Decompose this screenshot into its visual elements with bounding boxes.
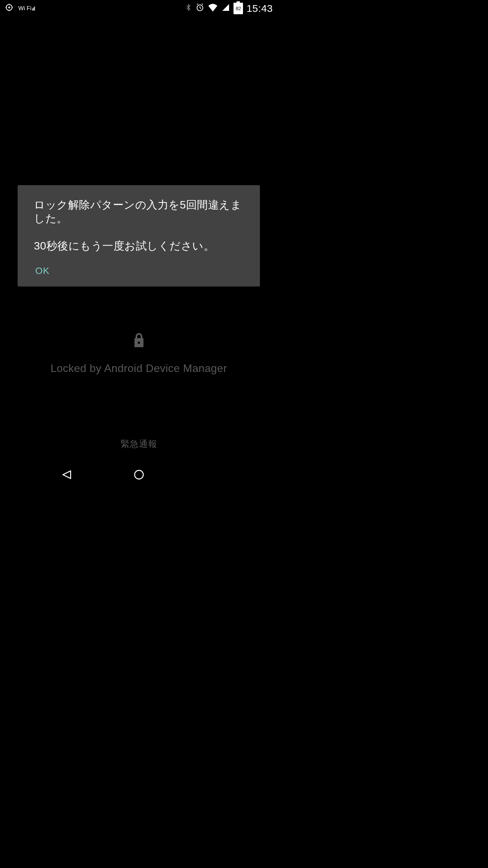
status-bar-left: Wi Fi [5, 3, 35, 14]
alarm-icon [196, 3, 204, 14]
locked-by-text: Locked by Android Device Manager [0, 362, 278, 375]
status-time: 15:43 [246, 3, 273, 14]
lock-icon [132, 344, 146, 350]
wifi-bars-icon [32, 6, 35, 11]
svg-line-9 [200, 8, 201, 8]
cellular-signal-icon [221, 3, 230, 14]
home-button[interactable] [132, 468, 146, 481]
back-button[interactable] [60, 468, 74, 481]
svg-point-13 [135, 470, 143, 479]
status-bar: Wi Fi [0, 0, 278, 17]
svg-line-10 [197, 4, 198, 4]
navigation-bar [0, 461, 278, 488]
status-bar-right: 82 15:43 [185, 3, 273, 14]
bluetooth-icon [185, 3, 192, 14]
dialog-actions: OK [34, 263, 244, 278]
ok-button[interactable]: OK [34, 263, 51, 278]
emergency-call-label: 緊急通報 [121, 439, 157, 449]
error-dialog: ロック解除パターンの入力を5回間違えました。 30秒後にもう一度お試しください。… [18, 185, 260, 287]
battery-icon: 82 [233, 3, 243, 14]
lock-screen-content: Locked by Android Device Manager [0, 332, 278, 375]
wifi-label: Wi Fi [18, 5, 35, 12]
location-icon [5, 3, 14, 14]
battery-percent-text: 82 [236, 6, 241, 11]
emergency-call-button[interactable]: 緊急通報 [0, 438, 278, 450]
svg-line-11 [202, 4, 203, 4]
svg-point-12 [138, 341, 140, 344]
dialog-message: ロック解除パターンの入力を5回間違えました。 30秒後にもう一度お試しください。 [34, 198, 244, 253]
wifi-label-text: Wi Fi [18, 5, 32, 12]
wifi-signal-icon [208, 3, 218, 14]
